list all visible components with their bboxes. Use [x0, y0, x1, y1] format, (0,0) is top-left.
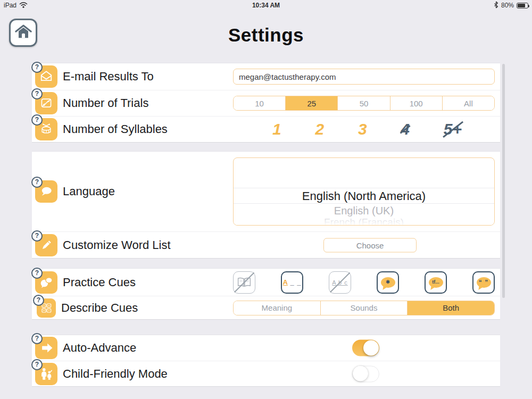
help-badge-customize[interactable]: ?	[31, 230, 43, 242]
trials-option-100[interactable]: 100	[390, 96, 442, 110]
trials-segmented-control: 10 25 50 100 All	[233, 96, 495, 111]
describe-option-meaning[interactable]: Meaning	[234, 301, 320, 315]
row-describe-cues: ? Describe Cues Meaning Sounds Both	[32, 296, 500, 319]
help-badge-auto-advance[interactable]: ?	[31, 333, 43, 344]
child-mode-toggle-off[interactable]	[352, 365, 379, 382]
trials-option-50[interactable]: 50	[337, 96, 389, 110]
status-bar: iPad 10:34 AM 80%	[0, 0, 532, 11]
help-badge-language[interactable]: ?	[31, 177, 43, 188]
practice-cue-buttons: A _ _ A b c ✱ tf... “ ”	[233, 271, 495, 294]
auto-advance-label: Auto-Advance	[63, 341, 136, 355]
row-language: ? Language English (North America) Engli…	[32, 152, 500, 231]
trials-option-all[interactable]: All	[442, 96, 494, 110]
practice-cues-label: Practice Cues	[63, 276, 136, 289]
syllable-3[interactable]: 3	[358, 120, 367, 138]
language-label: Language	[63, 185, 115, 198]
help-badge-practice-cues[interactable]: ?	[31, 268, 43, 279]
page-title: Settings	[0, 24, 532, 46]
row-auto-advance: ? Auto-Advance	[32, 335, 500, 361]
describe-option-both-selected[interactable]: Both	[407, 301, 494, 315]
row-email-results: ? E-mail Results To	[32, 63, 500, 90]
choose-button[interactable]: Choose	[323, 238, 417, 252]
trials-label: Number of Trials	[63, 96, 148, 110]
syllables-label: Number of Syllables	[63, 122, 168, 136]
help-badge-describe-cues[interactable]: ?	[33, 295, 44, 306]
trials-option-10[interactable]: 10	[234, 96, 285, 110]
group-language: ? Language English (North America) Engli…	[32, 151, 500, 259]
written-word-cue-icon[interactable]: A b c	[329, 271, 351, 294]
syllable-4-disabled[interactable]: 4	[401, 120, 410, 138]
customize-label: Customize Word List	[63, 238, 171, 252]
row-child-friendly-mode: ? Child-Friendly Mode	[32, 361, 500, 386]
describe-segmented-control: Meaning Sounds Both	[233, 301, 495, 315]
group-cues: ? Practice Cues A _ _ A b c	[32, 268, 500, 320]
language-picker[interactable]: English (North America) English (UK) Fre…	[233, 157, 495, 226]
describe-cues-label: Describe Cues	[61, 301, 138, 315]
group-modes: ? Auto-Advance ? Child-Friendly Mode	[32, 335, 500, 387]
help-badge-email[interactable]: ?	[31, 62, 43, 73]
first-letter-cue-icon[interactable]: A _ _	[281, 271, 303, 294]
row-number-of-trials: ? Number of Trials 10 25 50 100 All	[32, 90, 500, 116]
row-customize-word-list: ? Customize Word List Choose	[32, 231, 500, 258]
auto-advance-toggle-on[interactable]	[352, 340, 379, 356]
battery-icon	[517, 3, 528, 9]
hum-cue-icon[interactable]: ✱	[377, 271, 399, 294]
help-badge-trials[interactable]: ?	[31, 88, 43, 99]
syllable-1[interactable]: 1	[272, 120, 281, 138]
help-badge-syllables[interactable]: ?	[31, 114, 43, 126]
row-practice-cues: ? Practice Cues A _ _ A b c	[32, 269, 500, 296]
syllables-options: 1 2 3 4 5+	[233, 120, 495, 138]
group-results: ? E-mail Results To ? Number of Trials	[32, 63, 500, 143]
syllable-2[interactable]: 2	[315, 120, 324, 138]
child-mode-label: Child-Friendly Mode	[63, 367, 168, 381]
spoken-word-cue-icon[interactable]: “ ”	[472, 271, 495, 294]
phonemic-cue-icon[interactable]: tf...	[425, 271, 447, 294]
settings-list: ? E-mail Results To ? Number of Trials	[32, 63, 500, 387]
syllable-5plus-disabled[interactable]: 5+	[444, 120, 462, 138]
language-option-french[interactable]: French (Français)	[234, 217, 494, 226]
language-selected[interactable]: English (North America)	[234, 188, 494, 204]
trials-option-25-selected[interactable]: 25	[285, 96, 337, 110]
email-input[interactable]	[233, 69, 495, 85]
describe-option-sounds[interactable]: Sounds	[320, 301, 408, 315]
scroll-indicator[interactable]	[502, 64, 505, 298]
picture-book-cue-icon[interactable]	[233, 271, 255, 294]
email-label: E-mail Results To	[63, 70, 154, 84]
clock: 10:34 AM	[0, 2, 532, 9]
help-badge-child-mode[interactable]: ?	[31, 359, 43, 370]
language-option-uk[interactable]: English (UK)	[234, 205, 494, 217]
row-number-of-syllables: ? Number of Syllables 1 2 3 4 5+	[32, 116, 500, 142]
